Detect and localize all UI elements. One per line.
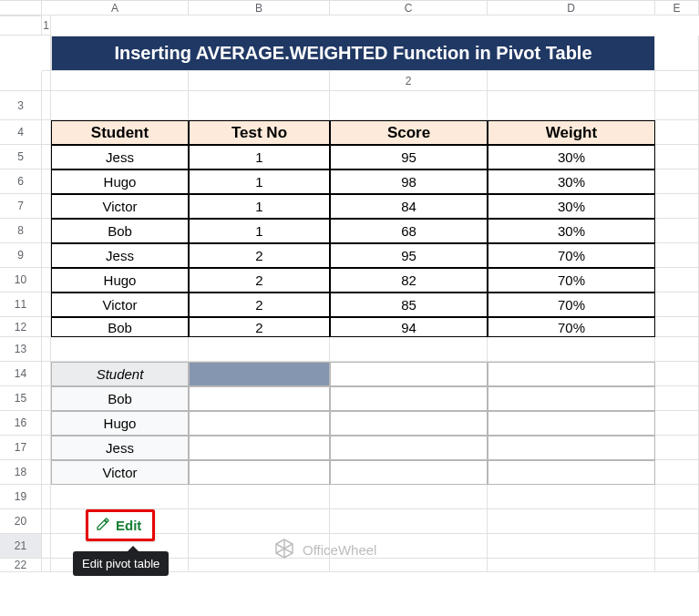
cell-F3[interactable]: [655, 91, 699, 120]
table-row[interactable]: Hugo: [51, 169, 189, 194]
cell-A11[interactable]: [42, 293, 51, 317]
cell-F9[interactable]: [655, 243, 699, 268]
row-header-8[interactable]: 8: [0, 219, 42, 243]
cell-E22[interactable]: [488, 559, 655, 572]
cell-A20[interactable]: [42, 509, 51, 534]
cell-B1[interactable]: [655, 36, 699, 71]
cell-F8[interactable]: [655, 219, 699, 243]
table-row[interactable]: 70%: [488, 293, 655, 317]
pivot-header-student[interactable]: Student: [51, 362, 189, 386]
row-header-11[interactable]: 11: [0, 293, 42, 317]
table-row[interactable]: 70%: [488, 317, 655, 337]
cell-F13[interactable]: [655, 337, 699, 362]
pivot-blank[interactable]: [330, 386, 488, 411]
cell-A2[interactable]: [488, 71, 655, 91]
pivot-blank[interactable]: [189, 386, 330, 411]
row-header-7[interactable]: 7: [0, 194, 42, 219]
row-header-14[interactable]: 14: [0, 362, 42, 386]
table-row[interactable]: 30%: [488, 194, 655, 219]
cell-A12[interactable]: [42, 317, 51, 337]
row-header-18[interactable]: 18: [0, 460, 42, 485]
cell-A15[interactable]: [42, 386, 51, 411]
pivot-blank[interactable]: [488, 386, 655, 411]
row-header-16[interactable]: 16: [0, 411, 42, 436]
pivot-row[interactable]: Bob: [51, 386, 189, 411]
edit-pivot-button[interactable]: Edit: [86, 509, 155, 541]
pivot-blank[interactable]: [330, 460, 488, 485]
table-row[interactable]: 30%: [488, 145, 655, 169]
row-header-9[interactable]: 9: [0, 243, 42, 268]
cell-C1[interactable]: [0, 71, 42, 91]
row-header-19[interactable]: 19: [0, 485, 42, 509]
table-row[interactable]: 30%: [488, 219, 655, 243]
table-row[interactable]: 1: [189, 194, 330, 219]
row-header-3[interactable]: 3: [0, 91, 42, 120]
row-header-21[interactable]: 21: [0, 534, 42, 559]
cell-D13[interactable]: [330, 337, 488, 362]
cell-C19[interactable]: [189, 485, 330, 509]
col-header-E[interactable]: E: [655, 0, 699, 15]
row-header-20[interactable]: 20: [0, 509, 42, 534]
cell-F21[interactable]: [655, 534, 699, 559]
cell-F11[interactable]: [655, 293, 699, 317]
cell-A8[interactable]: [42, 219, 51, 243]
pivot-blank[interactable]: [330, 411, 488, 436]
cell-D19[interactable]: [330, 485, 488, 509]
table-row[interactable]: 2: [189, 243, 330, 268]
cell-F18[interactable]: [655, 460, 699, 485]
cell-F2[interactable]: [655, 71, 699, 91]
table-row[interactable]: Bob: [51, 317, 189, 337]
table-row[interactable]: 95: [330, 243, 488, 268]
cell-D3[interactable]: [330, 91, 488, 120]
table-row[interactable]: 94: [330, 317, 488, 337]
table-row[interactable]: 2: [189, 268, 330, 293]
cell-A17[interactable]: [42, 436, 51, 460]
pivot-blank[interactable]: [189, 411, 330, 436]
table-row[interactable]: Hugo: [51, 268, 189, 293]
cell-E3[interactable]: [488, 91, 655, 120]
cell-A21[interactable]: [42, 534, 51, 559]
table-row[interactable]: 1: [189, 219, 330, 243]
cell-E13[interactable]: [488, 337, 655, 362]
cell-C20[interactable]: [189, 509, 330, 534]
cell-B3[interactable]: [51, 91, 189, 120]
cell-D1[interactable]: [42, 71, 51, 91]
cell-E1[interactable]: [51, 71, 189, 91]
cell-A1[interactable]: [42, 36, 51, 71]
row-header-10[interactable]: 10: [0, 268, 42, 293]
table-row[interactable]: 98: [330, 169, 488, 194]
cell-A10[interactable]: [42, 268, 51, 293]
table-row[interactable]: Victor: [51, 293, 189, 317]
cell-F6[interactable]: [655, 169, 699, 194]
cell-F20[interactable]: [655, 509, 699, 534]
cell-A5[interactable]: [42, 145, 51, 169]
cell-A9[interactable]: [42, 243, 51, 268]
cell-F15[interactable]: [655, 386, 699, 411]
col-header-B[interactable]: B: [189, 0, 330, 15]
row-header-5[interactable]: 5: [0, 145, 42, 169]
cell-F7[interactable]: [655, 194, 699, 219]
cell-F14[interactable]: [655, 362, 699, 386]
pivot-blank[interactable]: [330, 436, 488, 460]
pivot-blank[interactable]: [488, 436, 655, 460]
row-header-6[interactable]: 6: [0, 169, 42, 194]
cell-A13[interactable]: [42, 337, 51, 362]
cell-E20[interactable]: [488, 509, 655, 534]
table-row[interactable]: 68: [330, 219, 488, 243]
cell-F19[interactable]: [655, 485, 699, 509]
col-header-D[interactable]: D: [488, 0, 655, 15]
table-row[interactable]: Jess: [51, 145, 189, 169]
cell-B13[interactable]: [51, 337, 189, 362]
cell-F16[interactable]: [655, 411, 699, 436]
table-row[interactable]: Jess: [51, 243, 189, 268]
pivot-blank[interactable]: [488, 460, 655, 485]
cell-A22[interactable]: [42, 559, 51, 572]
cell-B19[interactable]: [51, 485, 189, 509]
cell-A6[interactable]: [42, 169, 51, 194]
cell-C3[interactable]: [189, 91, 330, 120]
table-row[interactable]: 2: [189, 317, 330, 337]
row-header-15[interactable]: 15: [0, 386, 42, 411]
row-header-1[interactable]: 1: [42, 15, 51, 36]
pivot-blank[interactable]: [488, 362, 655, 386]
cell-A7[interactable]: [42, 194, 51, 219]
